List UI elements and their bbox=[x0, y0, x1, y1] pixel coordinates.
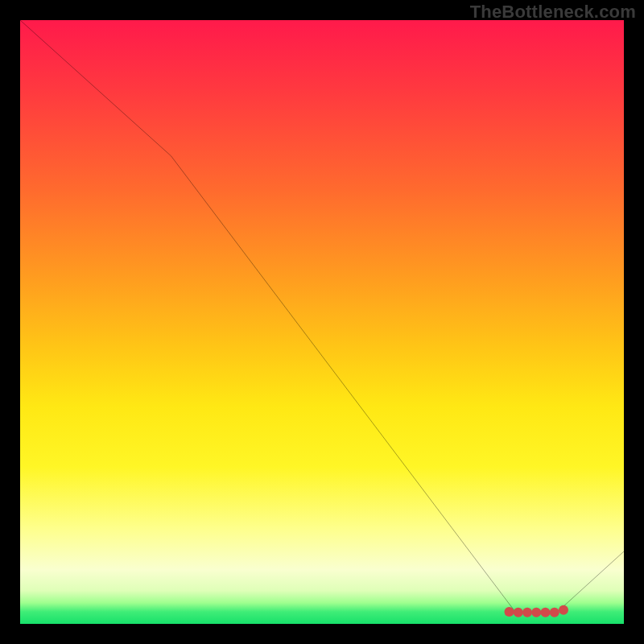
plot-area bbox=[20, 20, 624, 624]
marker-point bbox=[541, 608, 551, 617]
marker-point bbox=[531, 608, 541, 617]
marker-point bbox=[505, 607, 514, 617]
marker-group bbox=[505, 605, 568, 617]
chart-frame: TheBottleneck.com bbox=[0, 0, 644, 644]
marker-point bbox=[522, 608, 532, 617]
marker-point bbox=[559, 605, 568, 615]
chart-overlay bbox=[20, 20, 624, 624]
marker-point bbox=[550, 608, 559, 617]
marker-point bbox=[514, 608, 523, 617]
data-line bbox=[20, 20, 624, 612]
watermark-text: TheBottleneck.com bbox=[470, 2, 636, 23]
